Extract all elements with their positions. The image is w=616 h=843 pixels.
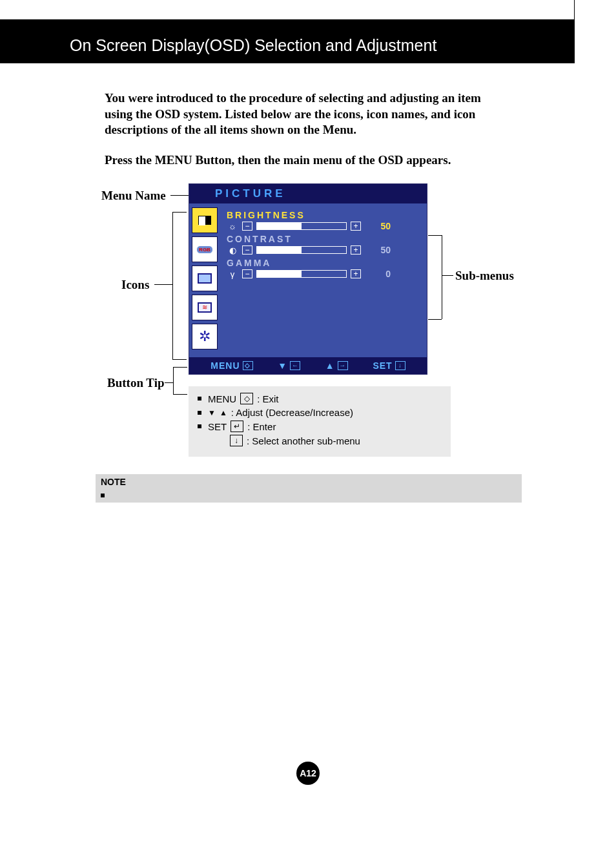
slider-row: γ − + 0	[227, 269, 415, 279]
bullet-icon	[101, 494, 105, 497]
connector	[172, 212, 187, 213]
tip-row: ↓ : Select another sub-menu	[198, 435, 442, 446]
osd-submenus: BRIGHTNESS ☼ − + 50 CONTRAST ◐ −	[221, 203, 427, 357]
intro-p2: Press the MENU Button, then the main men…	[105, 152, 505, 169]
setup-icon: ✲	[199, 328, 210, 345]
slider-fill	[257, 247, 302, 253]
connector	[442, 235, 442, 319]
osd-icon-position[interactable]	[192, 265, 218, 291]
vertical-rule	[574, 0, 575, 19]
left-icon: ←	[290, 361, 300, 370]
connector	[173, 394, 187, 395]
footer-menu: MENU◇	[210, 360, 252, 371]
connector	[173, 367, 174, 394]
bullet-icon	[198, 411, 201, 415]
footer-menu-label: MENU	[210, 360, 240, 371]
sun-icon: ☼	[227, 221, 238, 231]
connector	[170, 195, 189, 196]
tip-row: ▼ ▲ : Adjust (Decrease/Increase)	[198, 407, 442, 418]
submenu-label: GAMMA	[227, 258, 415, 268]
label-submenus: Sub-menus	[455, 269, 514, 283]
osd-icon-color[interactable]: RGB	[192, 236, 218, 262]
osd-body: RGB ≋ ✲ BRIGHTNESS ☼ − + 50 CON	[189, 203, 427, 357]
intro-p1: You were introduced to the procedure of …	[105, 90, 505, 138]
osd-icon-setup[interactable]: ✲	[192, 324, 218, 349]
footer-set-label: SET	[373, 360, 392, 371]
label-menu-name: Menu Name	[101, 189, 166, 203]
connector	[428, 235, 442, 236]
submenu-gamma[interactable]: GAMMA γ − + 0	[227, 258, 415, 279]
connector	[173, 367, 187, 368]
note-title: NOTE	[101, 477, 517, 487]
osd-window: PICTURE RGB ≋ ✲ BRIGHTNESS ☼ − + 50	[189, 183, 427, 375]
connector	[154, 284, 172, 285]
bullet-icon	[198, 397, 201, 401]
label-button-tip: Button Tip	[107, 376, 165, 390]
page-number: A12	[296, 762, 320, 785]
up-triangle-icon: ▲	[220, 408, 227, 417]
plus-button[interactable]: +	[351, 222, 361, 231]
osd-icon-tracking[interactable]: ≋	[192, 295, 218, 320]
submenu-brightness[interactable]: BRIGHTNESS ☼ − + 50	[227, 210, 415, 231]
tip-menu: MENU	[208, 393, 236, 404]
exit-icon: ◇	[243, 361, 253, 370]
rgb-icon: RGB	[196, 245, 213, 254]
tip-row: SET ↵ : Enter	[198, 421, 442, 432]
intro-text: You were introduced to the procedure of …	[105, 90, 505, 183]
slider-fill	[257, 271, 302, 277]
contrast-icon: ◐	[227, 245, 238, 255]
slider-fill	[257, 223, 302, 229]
plus-button[interactable]: +	[351, 245, 361, 255]
submenu-value: 0	[371, 269, 391, 279]
minus-button[interactable]: −	[242, 269, 252, 278]
bullet-icon	[198, 424, 201, 428]
gamma-icon: γ	[227, 269, 238, 279]
down-icon: ↓	[395, 361, 406, 370]
footer-set: SET↓	[373, 360, 405, 371]
down-triangle-icon: ▼	[208, 408, 216, 417]
slider-row: ☼ − + 50	[227, 221, 415, 231]
submenu-value: 50	[371, 245, 391, 255]
slider-bar[interactable]	[256, 246, 347, 254]
footer-down: ▼←	[278, 360, 300, 371]
button-tip-box: MENU ◇ : Exit ▼ ▲ : Adjust (Decrease/Inc…	[189, 386, 451, 457]
submenu-value: 50	[371, 221, 391, 231]
submenu-label: BRIGHTNESS	[227, 210, 415, 220]
tip-enter: : Enter	[247, 421, 276, 432]
connector	[428, 319, 442, 320]
tip-select: : Select another sub-menu	[247, 435, 360, 446]
osd-footer: MENU◇ ▼← ▲→ SET↓	[189, 357, 427, 374]
slider-bar[interactable]	[256, 270, 347, 278]
submenu-contrast[interactable]: CONTRAST ◐ − + 50	[227, 234, 415, 255]
down-key-icon: ↓	[230, 435, 243, 446]
tip-set: SET	[208, 421, 227, 432]
right-icon: →	[338, 361, 348, 370]
osd-icon-picture[interactable]	[192, 207, 218, 233]
wavy-icon: ≋	[198, 302, 212, 313]
label-icons: Icons	[121, 278, 149, 292]
connector	[442, 275, 453, 276]
page-title: On Screen Display(OSD) Selection and Adj…	[70, 36, 436, 55]
slider-row: ◐ − + 50	[227, 245, 415, 255]
screen-icon	[198, 273, 212, 284]
exit-key-icon: ◇	[240, 393, 253, 404]
minus-button[interactable]: −	[242, 222, 252, 231]
connector	[165, 382, 173, 383]
slider-bar[interactable]	[256, 222, 347, 230]
tip-row: MENU ◇ : Exit	[198, 393, 442, 404]
osd-icon-column: RGB ≋ ✲	[189, 203, 221, 357]
minus-button[interactable]: −	[242, 245, 252, 255]
enter-key-icon: ↵	[231, 421, 243, 432]
brightness-contrast-icon	[198, 216, 211, 225]
connector	[172, 359, 187, 360]
note-box: NOTE	[96, 474, 522, 503]
tip-exit: : Exit	[257, 393, 278, 404]
tip-adjust: : Adjust (Decrease/Increase)	[231, 407, 353, 418]
connector	[172, 212, 173, 359]
plus-button[interactable]: +	[351, 269, 361, 278]
osd-menu-name: PICTURE	[189, 184, 427, 203]
submenu-label: CONTRAST	[227, 234, 415, 244]
footer-up: ▲→	[325, 360, 348, 371]
